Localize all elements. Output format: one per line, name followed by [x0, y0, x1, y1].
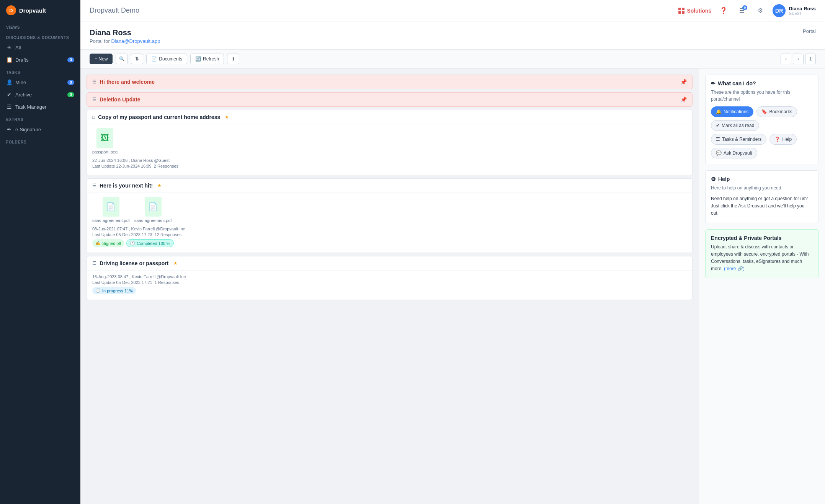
main-area: Dropvault Demo Solutions ❓ ☰ 0 ⚙ DR Dian… [80, 0, 825, 504]
discussion-icon: ☰ [92, 79, 96, 85]
sidebar-item-mine[interactable]: 👤 Mine 0 [0, 76, 80, 88]
sort-button[interactable]: ⇅ [131, 54, 143, 64]
feed-meta-passport-date: 22-Jun-2024 16:06 , Diana Ross @Guest [92, 158, 687, 163]
drafts-icon: 📋 [6, 57, 12, 63]
documents-label: Documents [159, 56, 182, 62]
sidebar: D Dropvault VIEWS DISCUSSIONS & DOCUMENT… [0, 0, 80, 504]
feed-item-driving-license: ☰ Driving license or passport ★ 16-Aug-2… [87, 256, 693, 300]
portal-user-info: Diana Ross Portal for Diana@Dropvault.ap… [90, 28, 160, 44]
documents-icon: 📄 [151, 56, 157, 62]
documents-button[interactable]: 📄 Documents [146, 54, 187, 64]
what-can-i-do-section: ✏ What can I do? These are the options y… [705, 75, 819, 164]
user-menu[interactable]: DR Diana Ross GUEST [773, 4, 816, 17]
feed-tags-driving: 🕐 In progress 11% [92, 287, 687, 294]
ask-dropvault-btn[interactable]: 💬 Ask Dropvault [711, 148, 757, 158]
asterisk-icon: ✳ [6, 44, 12, 51]
file-item-saas-2[interactable]: 📄 saas-agreement.pdf [134, 197, 172, 223]
portal-email-link[interactable]: Diana@Dropvault.app [111, 38, 160, 44]
new-button[interactable]: + New [90, 54, 113, 64]
help-section: ⚙ Help Here to help on anything you need… [705, 170, 819, 223]
tasks-reminders-btn[interactable]: ☰ Tasks & Reminders [711, 134, 766, 145]
search-button[interactable]: 🔍 [116, 54, 128, 64]
help-panel-btn[interactable]: ❓ Help [769, 134, 797, 145]
settings-button[interactable]: ⚙ [754, 5, 766, 17]
feed-item-deletion-update-header[interactable]: ☰ Deletion Update 📌 [87, 93, 692, 106]
mark-read-icon: ✔ [716, 123, 720, 128]
feed-item-passport: □ Copy of my passport and current home a… [87, 110, 693, 175]
sidebar-section-extras: EXTRAS [0, 113, 80, 123]
sidebar-item-drafts[interactable]: 📋 Drafts 0 [0, 54, 80, 66]
sidebar-item-all[interactable]: ✳ All [0, 41, 80, 54]
discussion-icon-2: ☰ [92, 97, 96, 102]
encrypted-section: Encrypted & Private Portals Upload, shar… [705, 229, 819, 279]
archive-badge: 0 [67, 92, 74, 97]
notifications-bell-icon: 🔔 [716, 109, 722, 114]
sidebar-item-archive-label: Archive [15, 92, 32, 98]
page-number[interactable]: 1 [805, 54, 816, 64]
sidebar-item-archive[interactable]: ✔ Archive 0 [0, 88, 80, 101]
feed-item-deletion-update-title: Deletion Update [100, 96, 140, 103]
archive-icon: ✔ [6, 91, 12, 98]
help-button[interactable]: ❓ [717, 5, 730, 17]
pin-icon: 📌 [680, 79, 687, 85]
refresh-button[interactable]: 🔄 Refresh [190, 54, 224, 64]
sidebar-item-esignature[interactable]: ✒ e-Signature [0, 123, 80, 135]
star-icon: ★ [225, 114, 229, 120]
app-name: Dropvault [19, 7, 46, 14]
encrypted-title: Encrypted & Private Portals [711, 235, 813, 241]
refresh-icon: 🔄 [195, 56, 201, 62]
pdf-file-icon-2: 📄 [145, 197, 162, 217]
feed-item-next-hit-header[interactable]: ☰ Here is your next hit! ★ [87, 179, 692, 192]
pin-icon-2: 📌 [680, 96, 687, 103]
toolbar: + New 🔍 ⇅ 📄 Documents 🔄 Refresh ℹ ‹ › 1 [80, 50, 825, 69]
mine-badge: 0 [67, 80, 74, 85]
help-btn-label: Help [782, 137, 792, 142]
notification-count-badge: 0 [742, 5, 747, 10]
notifications-btn[interactable]: 🔔 Notifications [711, 106, 753, 117]
solutions-button[interactable]: Solutions [678, 8, 711, 14]
feed-item-passport-body: 🖼 passport.jpeg 22-Jun-2024 16:06 , Dian… [87, 124, 692, 175]
encrypted-more-link[interactable]: (more 🔗) [724, 266, 745, 271]
feed-item-deletion-update: ☰ Deletion Update 📌 [87, 92, 693, 107]
feed-item-hi-there: ☰ Hi there and welcome 📌 [87, 75, 693, 89]
mark-all-read-btn[interactable]: ✔ Mark all as read [711, 120, 759, 131]
feed-item-next-hit-body: 📄 saas-agreement.pdf 📄 saas-agreement.pd… [87, 192, 692, 253]
pdf-file-icon-1: 📄 [103, 197, 119, 217]
info-button[interactable]: ℹ [227, 54, 239, 64]
help-section-title: ⚙ Help [711, 176, 813, 182]
feed-item-hi-there-title: Hi there and welcome [100, 79, 155, 85]
app-logo[interactable]: D Dropvault [0, 0, 80, 21]
solutions-grid-icon [678, 8, 685, 14]
encrypted-text: Upload, share & discuss with contacts or… [711, 243, 813, 273]
solutions-label: Solutions [687, 8, 711, 14]
right-sidebar: ✏ What can I do? These are the options y… [699, 69, 825, 504]
tag-completed: 🕐 Completed 100 % [126, 239, 173, 247]
user-info: Diana Ross GUEST [789, 6, 816, 16]
portal-user-name: Diana Ross [90, 28, 160, 37]
sidebar-item-task-manager[interactable]: ☰ Task Manager [0, 101, 80, 113]
content-area: Diana Ross Portal for Diana@Dropvault.ap… [80, 21, 825, 504]
feed-item-passport-header[interactable]: □ Copy of my passport and current home a… [87, 110, 692, 124]
next-page-button[interactable]: › [793, 54, 804, 64]
feed-item-hi-there-header[interactable]: ☰ Hi there and welcome 📌 [87, 75, 692, 89]
what-can-i-do-subtitle: These are the options you have for this … [711, 89, 813, 103]
feed-item-driving-license-header[interactable]: ☰ Driving license or passport ★ [87, 256, 692, 270]
notifications-button[interactable]: ☰ 0 [736, 5, 748, 17]
completed-icon: 🕐 [130, 241, 135, 246]
prev-page-button[interactable]: ‹ [781, 54, 791, 64]
file-item-passport-jpeg[interactable]: 🖼 passport.jpeg [92, 128, 118, 154]
in-progress-icon: 🕐 [95, 288, 101, 293]
star-icon-2: ★ [157, 183, 162, 188]
page-title: Dropvault Demo [90, 7, 672, 15]
feed-meta-driving-date: 16-Aug-2023 08:47 , Kevin Farrell @Dropv… [92, 274, 687, 279]
sidebar-section-tasks: TASKS [0, 66, 80, 76]
image-file-icon: 🖼 [96, 128, 113, 148]
sidebar-item-drafts-label: Drafts [15, 57, 29, 63]
file-item-saas-1[interactable]: 📄 saas-agreement.pdf [92, 197, 130, 223]
sidebar-item-all-label: All [15, 45, 21, 51]
file-name-passport: passport.jpeg [92, 150, 118, 154]
bookmarks-btn[interactable]: 🔖 Bookmarks [756, 106, 797, 117]
feed-item-driving-license-title: Driving license or passport [100, 260, 169, 266]
sidebar-item-task-manager-label: Task Manager [15, 104, 47, 110]
feed-meta-next-hit-update: Last Update 05-Dec-2023 17:23 12 Respons… [92, 232, 687, 237]
